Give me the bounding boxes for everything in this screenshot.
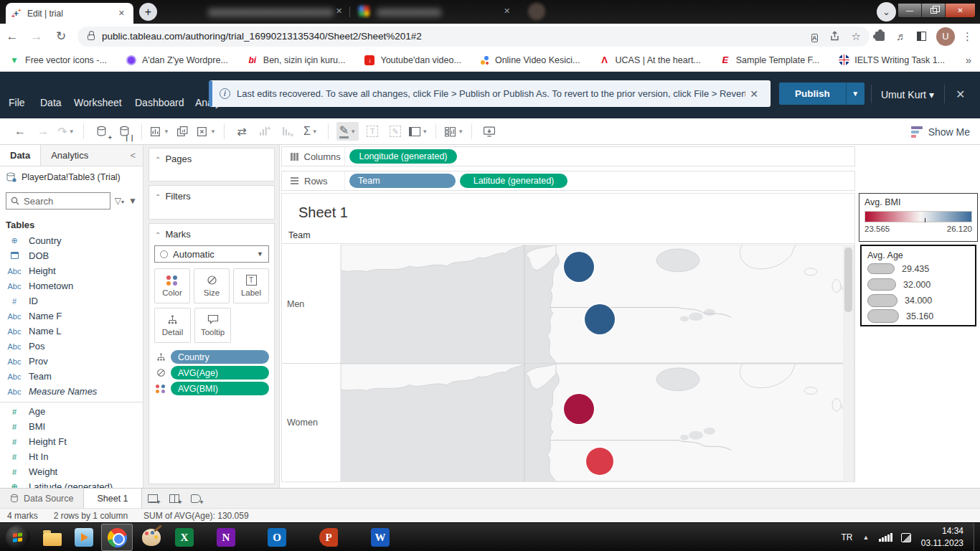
field-row[interactable]: AbcProv — [0, 354, 143, 369]
blurred-tab[interactable] — [377, 9, 441, 17]
close-button[interactable]: ✕ — [946, 4, 975, 17]
profile-avatar[interactable]: U — [936, 27, 955, 46]
menu-worksheet[interactable]: Worksheet — [74, 97, 122, 108]
format-icon[interactable]: ✎ — [386, 122, 405, 141]
replay-icon[interactable]: ↷▼ — [57, 122, 75, 141]
filter-icon[interactable]: ▽▾ — [115, 196, 124, 206]
taskbar-excel[interactable]: X — [174, 527, 195, 548]
tab-close-icon[interactable]: ✕ — [336, 6, 342, 16]
new-worksheet-button[interactable]: + — [142, 489, 164, 508]
minimize-button[interactable]: — — [898, 4, 922, 17]
map-mark[interactable] — [585, 304, 615, 334]
highlight-icon[interactable]: ✎▼ — [336, 122, 359, 141]
menu-data[interactable]: Data — [40, 97, 62, 108]
presentation-mode-icon[interactable] — [480, 122, 499, 141]
bookmark-item[interactable]: Online Video Kesici... — [480, 55, 580, 65]
map-mark[interactable] — [586, 448, 613, 475]
swap-rows-columns-icon[interactable]: ⇄ — [232, 122, 251, 141]
field-row[interactable]: AbcHometown — [0, 278, 143, 293]
start-button[interactable] — [6, 525, 30, 550]
new-worksheet-icon[interactable]: ▼ — [150, 122, 169, 141]
row-label-men[interactable]: Men — [282, 245, 341, 363]
clear-sheet-icon[interactable]: ▼ — [197, 122, 216, 141]
field-row[interactable]: DOB — [0, 248, 143, 263]
browser-menu-icon[interactable]: ⋮ — [962, 30, 973, 43]
bookmark-star-icon[interactable]: ☆ — [852, 30, 861, 43]
field-row[interactable]: AbcName L — [0, 324, 143, 339]
lock-icon[interactable] — [88, 34, 95, 40]
menu-dashboard[interactable]: Dashboard — [135, 97, 184, 108]
map-mark[interactable] — [564, 394, 594, 424]
fields-menu-caret-icon[interactable]: ▼ — [128, 196, 137, 206]
sheet-title[interactable]: Sheet 1 — [298, 204, 348, 221]
collapse-chevron-icon[interactable]: ⌃ — [155, 231, 161, 239]
field-row[interactable]: ⊕Latitude (generated) — [0, 479, 143, 488]
pane-field-label[interactable]: Team — [288, 230, 311, 240]
row-label-women[interactable]: Women — [282, 364, 341, 481]
taskbar-onenote[interactable]: N — [215, 527, 237, 548]
tab-close-icon[interactable]: ✕ — [116, 7, 128, 19]
label-button[interactable]: T Label — [233, 268, 269, 303]
age-size-legend[interactable]: Avg. Age 29.435 32.000 34.000 35.160 — [860, 245, 976, 326]
new-story-button[interactable]: + — [185, 489, 207, 508]
pause-auto-updates-icon[interactable]: ❘❘ — [115, 122, 133, 141]
shelf-pill[interactable]: Latitude (generated) — [460, 174, 567, 188]
size-button[interactable]: Size — [194, 268, 230, 303]
publish-caret-icon[interactable]: ▼ — [846, 83, 864, 105]
bookmark-item[interactable]: ↓Youtube'dan video... — [364, 55, 461, 66]
marks-pill[interactable]: Country — [171, 350, 269, 364]
browser-active-tab[interactable]: + + + Edit | trial ✕ — [6, 3, 133, 24]
scrollbar-thumb[interactable] — [844, 248, 852, 312]
restore-button[interactable] — [922, 4, 946, 17]
tab-close-icon[interactable]: ✕ — [504, 6, 510, 16]
tab-analytics[interactable]: Analytics — [41, 145, 98, 166]
vertical-scrollbar[interactable] — [843, 245, 854, 481]
field-row[interactable]: AbcName F — [0, 309, 143, 324]
omnibox[interactable]: public.tableau.com/authoring/trial_16990… — [77, 27, 870, 47]
translate-icon[interactable]: A — [811, 30, 818, 42]
search-input[interactable]: Search — [6, 192, 110, 209]
field-row[interactable]: ⊕Country — [0, 233, 143, 248]
fix-axes-icon[interactable]: ▼ — [409, 122, 428, 141]
taskbar-media-player[interactable] — [73, 527, 95, 548]
field-row[interactable]: AbcHeight — [0, 263, 143, 278]
taskbar-word[interactable]: W — [369, 527, 391, 548]
field-row[interactable]: AbcTeam — [0, 369, 143, 384]
tooltip-button[interactable]: Tooltip — [194, 308, 231, 343]
network-icon[interactable] — [901, 533, 911, 542]
bmi-color-legend[interactable]: Avg. BMI 23.565 26.120 — [859, 193, 978, 242]
taskbar-chrome[interactable] — [106, 527, 128, 548]
size-legend-item[interactable]: 32.000 — [867, 277, 969, 292]
show-mark-labels-icon[interactable]: T — [363, 122, 382, 141]
field-row[interactable]: AbcMeasure Names — [0, 384, 143, 399]
color-button[interactable]: Color — [154, 268, 190, 303]
filters-card[interactable]: ⌃Filters — [149, 185, 275, 220]
collapse-pane-icon[interactable]: < — [123, 145, 143, 166]
columns-shelf[interactable]: Columns Longitude (generated) — [281, 146, 855, 166]
new-dashboard-button[interactable]: + — [164, 489, 185, 508]
bookmarks-overflow-chevron[interactable]: » — [966, 54, 971, 66]
menu-file[interactable]: File — [9, 97, 25, 108]
bookmark-item[interactable]: ΛUCAS | At the heart... — [599, 55, 701, 66]
playlist-extension-icon[interactable]: ♬ — [896, 30, 907, 42]
language-indicator[interactable]: TR — [841, 532, 852, 542]
clock[interactable]: 14:34 03.11.2023 — [921, 525, 963, 550]
show-hide-cards-icon[interactable]: ▼ — [444, 122, 463, 141]
extensions-puzzle-icon[interactable] — [875, 32, 885, 41]
size-legend-item[interactable]: 35.160 — [867, 309, 969, 324]
map-pane-men[interactable] — [341, 245, 854, 363]
duplicate-sheet-icon[interactable] — [174, 122, 192, 141]
pages-card[interactable]: ⌃Pages — [149, 148, 275, 182]
field-row[interactable]: #ID — [0, 293, 143, 309]
notification-close-icon[interactable]: ✕ — [745, 88, 763, 100]
collapse-chevron-icon[interactable]: ⌃ — [155, 193, 161, 201]
back-icon[interactable]: ← — [0, 29, 24, 44]
bookmark-item[interactable]: IELTS Writing Task 1... — [838, 55, 945, 66]
datasource-tab[interactable]: Data Source — [0, 489, 83, 508]
sort-descending-icon[interactable] — [278, 122, 297, 141]
marks-pill[interactable]: AVG(Age) — [171, 366, 269, 380]
redo-icon[interactable]: → — [34, 122, 52, 141]
bookmark-item[interactable]: ESample Template F... — [720, 55, 820, 66]
url-text[interactable]: public.tableau.com/authoring/trial_16990… — [102, 31, 800, 42]
tab-search-chevron-icon[interactable]: ⌄ — [877, 2, 896, 22]
